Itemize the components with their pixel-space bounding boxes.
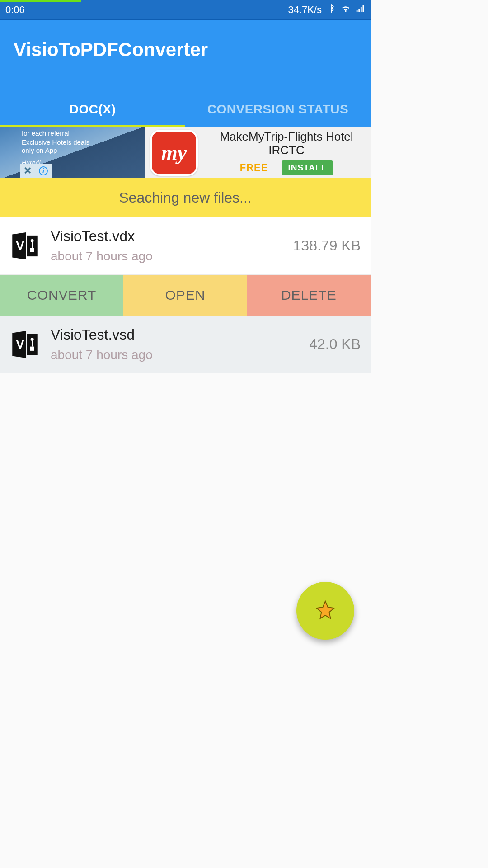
tab-docx[interactable]: DOC(X) [0, 91, 185, 127]
file-row[interactable]: V VisioTest.vsd about 7 hours ago 42.0 K… [0, 316, 371, 373]
svg-text:V: V [16, 239, 24, 253]
status-progress-indicator [0, 0, 81, 2]
svg-rect-4 [30, 248, 34, 252]
visio-file-icon: V [8, 229, 42, 263]
tabs: DOC(X) CONVERSION STATUS [0, 91, 371, 127]
status-bar: 0:06 34.7K/s [0, 0, 371, 20]
ad-text-line3: only on App [22, 146, 57, 154]
info-icon[interactable]: i [39, 166, 48, 175]
svg-text:V: V [16, 337, 24, 351]
svg-rect-10 [30, 346, 34, 350]
ad-logo: my [150, 130, 198, 176]
signal-icon [355, 4, 365, 16]
file-time: about 7 hours ago [51, 348, 309, 362]
convert-button[interactable]: CONVERT [0, 275, 123, 316]
tab-conversion-status[interactable]: CONVERSION STATUS [185, 91, 371, 127]
bluetooth-icon [326, 4, 336, 16]
svg-point-9 [31, 337, 34, 340]
app-bar: VisioToPDFConverter [0, 20, 371, 91]
searching-banner: Seaching new files... [0, 178, 371, 217]
file-meta: VisioTest.vdx about 7 hours ago [42, 228, 293, 264]
ad-title: MakeMyTrip-Flights Hotel IRCTC [202, 130, 371, 157]
svg-point-3 [31, 239, 34, 242]
ad-content: MakeMyTrip-Flights Hotel IRCTC FREE INST… [202, 130, 371, 175]
star-fab-button[interactable] [296, 582, 354, 640]
file-actions-row: CONVERT OPEN DELETE [0, 275, 371, 316]
file-size: 42.0 KB [309, 336, 362, 353]
file-row[interactable]: V VisioTest.vdx about 7 hours ago 138.79… [0, 217, 371, 275]
ad-text-line1: for each referral [22, 129, 70, 137]
ad-image-area: for each referral Exclusive Hotels deals… [0, 127, 145, 178]
status-time: 0:06 [5, 4, 25, 16]
file-name: VisioTest.vdx [51, 228, 293, 245]
ad-choices-control[interactable]: ✕ i [20, 164, 52, 178]
ad-free-label: FREE [240, 162, 268, 174]
star-icon [315, 599, 336, 622]
wifi-icon [341, 4, 351, 16]
file-meta: VisioTest.vsd about 7 hours ago [42, 326, 309, 362]
close-icon[interactable]: ✕ [23, 165, 32, 177]
file-size: 138.79 KB [293, 237, 362, 254]
open-button[interactable]: OPEN [123, 275, 247, 316]
app-title: VisioToPDFConverter [14, 39, 357, 61]
ad-banner[interactable]: for each referral Exclusive Hotels deals… [0, 127, 371, 178]
ad-logo-text: my [161, 141, 187, 165]
file-time: about 7 hours ago [51, 249, 293, 264]
file-name: VisioTest.vsd [51, 326, 309, 343]
status-speed: 34.7K/s [288, 4, 322, 16]
delete-button[interactable]: DELETE [247, 275, 371, 316]
ad-install-button[interactable]: INSTALL [282, 160, 333, 175]
visio-file-icon: V [8, 328, 42, 361]
ad-text-line2: Exclusive Hotels deals [22, 138, 89, 146]
status-right: 34.7K/s [288, 4, 365, 16]
